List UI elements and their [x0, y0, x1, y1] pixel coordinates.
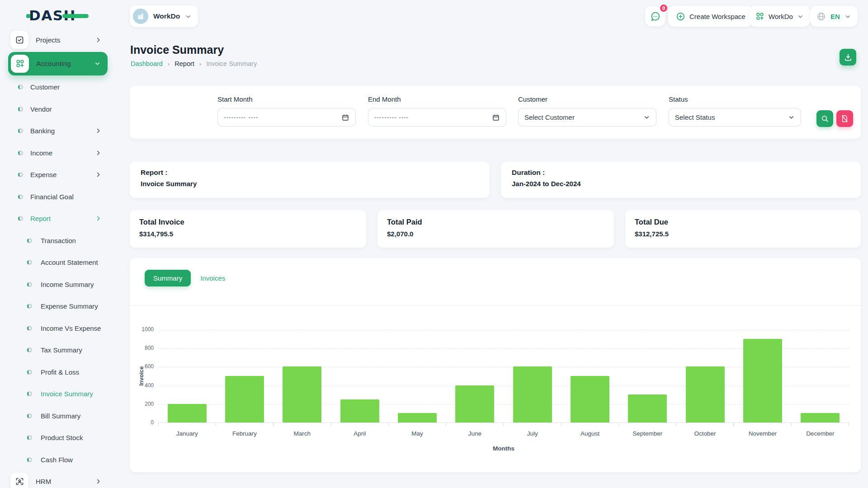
sidebar-item-account-statement[interactable]: Account Statement — [0, 252, 117, 274]
sidebar-item-vendor[interactable]: Vendor — [0, 98, 117, 120]
chevron-down-icon — [797, 13, 804, 20]
sidebar-item-product-stock[interactable]: Product Stock — [0, 427, 117, 449]
sidebar-item-income-summary[interactable]: Income Summary — [0, 273, 117, 296]
x-label: January — [158, 430, 216, 437]
sidebar-item-label: Invoice Summary — [41, 390, 93, 398]
messages-badge: 0 — [659, 4, 668, 13]
report-label: Report : — [141, 169, 479, 177]
bar-column — [331, 330, 388, 422]
x-label: September — [619, 430, 676, 437]
bar-column — [216, 330, 273, 422]
start-month-label: Start Month — [217, 95, 356, 103]
bullet-icon — [27, 238, 32, 243]
sidebar-item-label: Cash Flow — [41, 456, 73, 464]
chat-icon — [650, 11, 660, 22]
download-button[interactable] — [840, 49, 856, 66]
sidebar-item-label: Vendor — [30, 105, 52, 113]
tab-invoices[interactable]: Invoices — [199, 270, 226, 286]
bar-column — [561, 330, 618, 422]
bar-column — [734, 330, 791, 422]
bar-may — [398, 413, 437, 422]
bar-august — [571, 376, 609, 422]
workspace-switcher-button[interactable]: WorkDo — [749, 6, 810, 27]
breadcrumb-separator: › — [168, 61, 170, 67]
create-workspace-button[interactable]: Create Workspace — [668, 6, 753, 27]
calendar-icon — [341, 113, 349, 122]
sidebar-item-profit-loss[interactable]: Profit & Loss — [0, 361, 117, 383]
sidebar-item-bill-summary[interactable]: Bill Summary — [0, 405, 117, 427]
customer-select[interactable]: Select Customer — [518, 108, 656, 127]
total-paid-card: Total Paid $2,070.0 — [377, 210, 614, 248]
start-month-input[interactable]: --------- ---- — [217, 108, 356, 127]
sidebar-item-projects[interactable]: Projects — [0, 29, 117, 51]
language-selector[interactable]: EN — [810, 6, 858, 27]
reset-filter-button[interactable] — [836, 110, 853, 127]
sidebar-item-income-vs-expense[interactable]: Income Vs Expense — [0, 317, 117, 339]
sidebar-item-banking[interactable]: Banking — [0, 120, 117, 142]
checkbox-icon — [10, 31, 28, 49]
download-icon — [844, 53, 853, 62]
sidebar-item-label: Expense — [30, 171, 57, 178]
bar-column — [388, 330, 446, 422]
y-tick-label: 0 — [132, 419, 154, 426]
tab-summary[interactable]: Summary — [145, 270, 191, 286]
end-month-input[interactable]: --------- ---- — [368, 108, 506, 127]
chevron-down-icon — [844, 13, 851, 20]
grid-plus-icon — [755, 12, 764, 21]
sidebar-item-hrm[interactable]: HRM — [0, 471, 117, 488]
y-tick-label: 600 — [132, 363, 154, 370]
sidebar-item-label: Transaction — [41, 237, 76, 244]
status-label: Status — [669, 95, 801, 103]
bar-february — [225, 376, 264, 422]
page-title: Invoice Summary — [130, 43, 224, 56]
messages-button[interactable]: 0 — [645, 6, 665, 26]
x-label: June — [446, 430, 504, 437]
logo-dot — [26, 14, 30, 18]
x-label: October — [676, 430, 734, 437]
bullet-icon — [18, 216, 23, 221]
workspace-switcher-label: WorkDo — [769, 13, 793, 20]
sidebar-item-label: Product Stock — [41, 434, 83, 441]
bar-column — [274, 330, 331, 422]
sidebar-item-label: Income Summary — [41, 281, 94, 288]
sidebar-item-customer[interactable]: Customer — [0, 76, 117, 99]
y-tick-label: 200 — [132, 401, 154, 407]
search-icon — [821, 114, 829, 123]
file-off-icon — [840, 114, 849, 123]
x-label: May — [388, 430, 446, 437]
filter-card: Start Month --------- ---- End Month ---… — [130, 86, 861, 139]
total-due-label: Total Due — [635, 218, 851, 226]
sidebar-item-financial-goal[interactable]: Financial Goal — [0, 186, 117, 208]
customer-selected-value: Select Customer — [524, 113, 575, 121]
status-select[interactable]: Select Status — [669, 108, 801, 127]
breadcrumb-current: Invoice Summary — [206, 60, 257, 67]
x-axis-title: Months — [158, 445, 849, 452]
sidebar-item-tax-summary[interactable]: Tax Summary — [0, 339, 117, 361]
sidebar-item-expense-summary[interactable]: Expense Summary — [0, 296, 117, 318]
sidebar-item-transaction[interactable]: Transaction — [0, 230, 117, 252]
sidebar-item-report[interactable]: Report — [0, 208, 117, 230]
sidebar-item-invoice-summary[interactable]: Invoice Summary — [0, 383, 117, 405]
x-axis-ticks — [158, 423, 849, 426]
chart-plot: 02004006008001000 — [158, 330, 849, 423]
total-invoice-value: $314,795.5 — [139, 230, 357, 238]
workspace-name: WorkDo — [153, 12, 180, 20]
breadcrumb-dashboard[interactable]: Dashboard — [131, 60, 163, 67]
x-label: December — [792, 430, 849, 437]
logo-bar — [62, 14, 89, 18]
apply-filter-button[interactable] — [816, 110, 833, 127]
sidebar-item-income[interactable]: Income — [0, 142, 117, 164]
report-info-card: Report : Invoice Summary — [130, 162, 490, 198]
breadcrumb-report[interactable]: Report — [175, 60, 194, 67]
sidebar-item-label: Banking — [30, 127, 55, 135]
create-workspace-label: Create Workspace — [689, 13, 745, 20]
person-focus-icon — [10, 473, 28, 488]
x-label: February — [216, 430, 273, 437]
status-selected-value: Select Status — [675, 113, 715, 121]
workspace-selector[interactable]: WorkDo — [130, 5, 198, 27]
chart-tabs: Summary Invoices — [145, 270, 226, 286]
sidebar-item-accounting[interactable]: Accounting — [0, 51, 117, 76]
sidebar-item-cash-flow[interactable]: Cash Flow — [0, 449, 117, 471]
sidebar-item-expense[interactable]: Expense — [0, 164, 117, 186]
bullet-icon — [27, 347, 32, 352]
